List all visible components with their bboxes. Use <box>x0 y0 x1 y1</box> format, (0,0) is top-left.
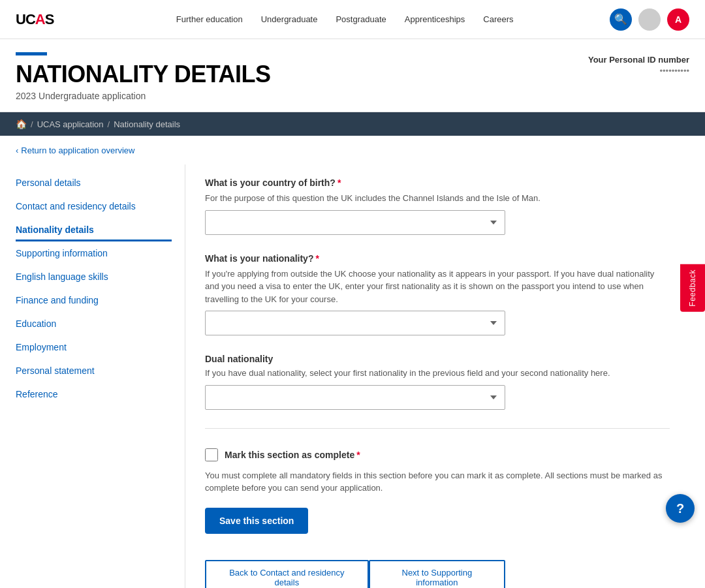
sidebar-item-reference[interactable]: Reference <box>16 382 172 406</box>
sidebar-item-finance-funding[interactable]: Finance and funding <box>16 288 172 312</box>
sidebar-item-english-language[interactable]: English language skills <box>16 265 172 288</box>
help-button-wrapper: ? <box>666 494 695 523</box>
sidebar-item-supporting-information[interactable]: Supporting information <box>16 241 172 265</box>
sidebar-item-nationality-details[interactable]: Nationality details <box>16 218 172 241</box>
mark-complete-checkbox[interactable] <box>205 448 218 461</box>
nationality-hint: If you're applying from outside the UK c… <box>205 268 670 306</box>
user-avatar[interactable]: A <box>667 8 689 31</box>
country-of-birth-select[interactable] <box>205 210 505 235</box>
header-actions: 🔍 A <box>610 8 689 31</box>
dual-nationality-select[interactable] <box>205 385 505 410</box>
site-header: UCAS Further education Undergraduate Pos… <box>0 0 705 39</box>
user-avatar-placeholder <box>638 8 661 31</box>
feedback-tab-wrapper: Feedback <box>680 264 705 312</box>
nationality-select[interactable] <box>205 311 505 335</box>
page-subtitle: 2023 Undergraduate application <box>16 91 689 101</box>
breadcrumb: 🏠 / UCAS application / Nationality detai… <box>0 112 705 136</box>
sidebar-item-personal-details[interactable]: Personal details <box>16 171 172 194</box>
nationality-label: What is your nationality?* <box>205 253 670 264</box>
mark-complete-star: * <box>356 450 360 460</box>
country-of-birth-label: What is your country of birth?* <box>205 178 670 188</box>
breadcrumb-sep-1: / <box>31 119 33 129</box>
return-arrow-icon: ‹ <box>16 146 18 155</box>
nav-buttons: Back to Contact and residency details Ne… <box>205 560 505 589</box>
dual-nationality-label: Dual nationality <box>205 354 670 364</box>
country-of-birth-hint: For the purpose of this question the UK … <box>205 192 670 205</box>
save-section-button[interactable]: Save this section <box>205 508 308 534</box>
main-layout: Personal details Contact and residency d… <box>0 164 705 588</box>
ucas-logo[interactable]: UCAS <box>16 11 54 28</box>
main-nav: Further education Undergraduate Postgrad… <box>80 14 610 24</box>
nav-undergraduate[interactable]: Undergraduate <box>261 14 318 24</box>
nationality-required-star: * <box>315 253 319 264</box>
feedback-tab[interactable]: Feedback <box>680 264 705 312</box>
dual-nationality-group: Dual nationality If you have dual nation… <box>205 354 670 410</box>
home-icon[interactable]: 🏠 <box>16 119 27 129</box>
breadcrumb-current: Nationality details <box>114 119 180 129</box>
nav-postgraduate[interactable]: Postgraduate <box>336 14 386 24</box>
help-button[interactable]: ? <box>666 494 695 523</box>
nav-careers[interactable]: Careers <box>483 14 513 24</box>
country-required-star: * <box>337 178 341 188</box>
search-button[interactable]: 🔍 <box>610 8 632 31</box>
sidebar-item-employment[interactable]: Employment <box>16 335 172 359</box>
return-link-area: ‹ Return to application overview <box>0 136 705 164</box>
return-link[interactable]: ‹ Return to application overview <box>16 146 135 155</box>
mark-complete-note: You must complete all mandatory fields i… <box>205 469 670 495</box>
page-title-area: NATIONALITY DETAILS 2023 Undergraduate a… <box>0 39 705 112</box>
search-icon: 🔍 <box>614 13 627 25</box>
title-accent <box>16 52 47 55</box>
dual-nationality-hint: If you have dual nationality, select you… <box>205 367 670 380</box>
country-of-birth-group: What is your country of birth?* For the … <box>205 178 670 235</box>
mark-complete-area: Mark this section as complete* You must … <box>205 448 670 495</box>
sidebar-item-personal-statement[interactable]: Personal statement <box>16 359 172 382</box>
personal-id-block: Your Personal ID number •••••••••• <box>588 55 689 76</box>
breadcrumb-sep-2: / <box>108 119 110 129</box>
form-divider <box>205 428 670 429</box>
personal-id-value: •••••••••• <box>588 66 689 76</box>
mark-complete-label: Mark this section as complete* <box>225 450 360 460</box>
return-link-label: Return to application overview <box>21 146 134 155</box>
mark-complete-row: Mark this section as complete* <box>205 448 670 461</box>
main-content: What is your country of birth?* For the … <box>185 164 689 588</box>
next-button[interactable]: Next to Supporting information <box>369 560 505 589</box>
sidebar-item-education[interactable]: Education <box>16 312 172 335</box>
breadcrumb-ucas-application[interactable]: UCAS application <box>37 119 104 129</box>
nationality-group: What is your nationality?* If you're app… <box>205 253 670 336</box>
sidebar: Personal details Contact and residency d… <box>16 164 185 588</box>
personal-id-label: Your Personal ID number <box>588 55 689 65</box>
nav-further-education[interactable]: Further education <box>176 14 243 24</box>
nav-apprenticeships[interactable]: Apprenticeships <box>405 14 465 24</box>
sidebar-item-contact-residency[interactable]: Contact and residency details <box>16 194 172 218</box>
back-button[interactable]: Back to Contact and residency details <box>205 560 369 589</box>
